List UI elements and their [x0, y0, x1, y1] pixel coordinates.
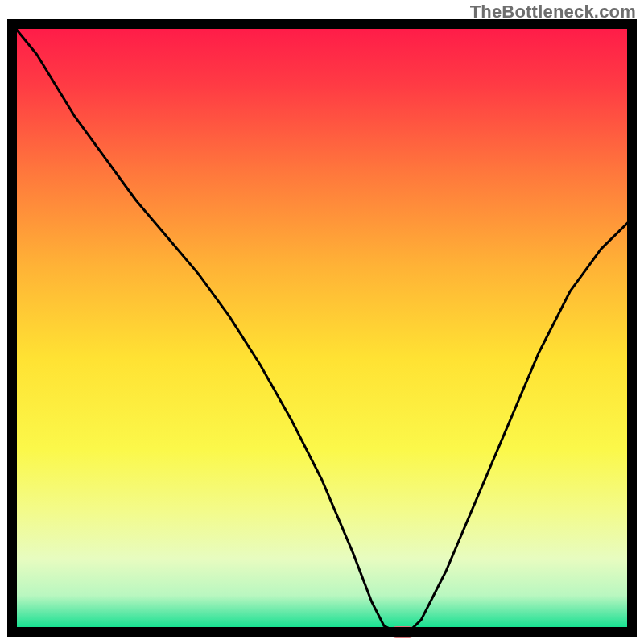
gradient-background	[12, 24, 632, 632]
watermark-text: TheBottleneck.com	[470, 2, 636, 23]
chart-container: TheBottleneck.com	[0, 0, 644, 644]
bottleneck-chart	[0, 0, 644, 644]
